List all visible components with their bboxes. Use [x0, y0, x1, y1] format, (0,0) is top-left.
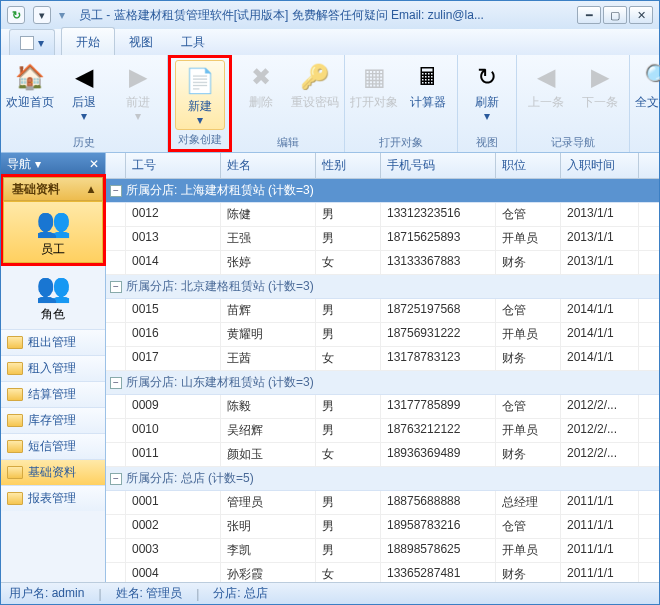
chevron-up-icon: ▴	[88, 182, 94, 196]
cell: 13133367883	[381, 251, 496, 274]
resetpwd-button: 🔑重设密码	[290, 57, 340, 133]
fullsearch-button[interactable]: 🔍全文搜索	[634, 57, 660, 148]
group-row[interactable]: −所属分店: 北京建格租赁站 (计数=3)	[106, 275, 659, 299]
group-row[interactable]: −所属分店: 山东建材租赁站 (计数=3)	[106, 371, 659, 395]
table-row[interactable]: 0002张明男18958783216仓管2011/1/1	[106, 515, 659, 539]
refresh-icon[interactable]: ↻	[7, 6, 25, 24]
nav-item[interactable]: 结算管理	[1, 381, 105, 407]
cell: 总经理	[496, 491, 561, 514]
new-button[interactable]: 📄新建▾	[175, 60, 225, 130]
refresh-button[interactable]: ↻刷新▾	[462, 57, 512, 133]
close-button[interactable]: ✕	[629, 6, 653, 24]
nav-item-role[interactable]: 👥 角色	[1, 265, 105, 329]
nav-pin-icon[interactable]: ▾	[35, 157, 41, 171]
nav-header: 导航 ▾ ✕	[1, 153, 105, 175]
column-header[interactable]: 手机号码	[381, 153, 496, 178]
nav-item[interactable]: 库存管理	[1, 407, 105, 433]
cell: 女	[316, 251, 381, 274]
minimize-button[interactable]: ━	[577, 6, 601, 24]
table-row[interactable]: 0004孙彩霞女13365287481财务2011/1/1	[106, 563, 659, 582]
column-header[interactable]: 职位	[496, 153, 561, 178]
table-row[interactable]: 0009陈毅男13177785899仓管2012/2/...	[106, 395, 659, 419]
cell: 开单员	[496, 323, 561, 346]
cell: 男	[316, 395, 381, 418]
table-row[interactable]: 0014张婷女13133367883财务2013/1/1	[106, 251, 659, 275]
nav-section-header[interactable]: 基础资料 ▴	[3, 177, 103, 201]
column-header[interactable]: 姓名	[221, 153, 316, 178]
group-row[interactable]: −所属分店: 上海建材租赁站 (计数=3)	[106, 179, 659, 203]
nav-item[interactable]: 基础资料	[1, 459, 105, 485]
cell: 仓管	[496, 299, 561, 322]
column-header[interactable]	[106, 153, 126, 178]
cell: 李凯	[221, 539, 316, 562]
cell: 男	[316, 515, 381, 538]
nav-item[interactable]: 租入管理	[1, 355, 105, 381]
cell: 0015	[126, 299, 221, 322]
cell: 0009	[126, 395, 221, 418]
refresh-icon: ↻	[471, 61, 503, 93]
nav-item[interactable]: 报表管理	[1, 485, 105, 511]
nav-item[interactable]: 租出管理	[1, 329, 105, 355]
tab-tools[interactable]: 工具	[167, 28, 219, 55]
collapse-icon[interactable]: −	[110, 281, 122, 293]
cell: 张明	[221, 515, 316, 538]
cell: 18763212122	[381, 419, 496, 442]
cell: 0013	[126, 227, 221, 250]
cell: 仓管	[496, 515, 561, 538]
welcome-button[interactable]: 🏠欢迎首页	[5, 57, 55, 133]
prev-icon: ◀	[530, 61, 562, 93]
collapse-icon[interactable]: −	[110, 473, 122, 485]
cell: 18725197568	[381, 299, 496, 322]
cell: 男	[316, 323, 381, 346]
group-label: 视图	[462, 133, 512, 152]
collapse-icon[interactable]: −	[110, 185, 122, 197]
cell: 仓管	[496, 395, 561, 418]
cell: 0016	[126, 323, 221, 346]
nav-close-icon[interactable]: ✕	[89, 157, 99, 171]
cell: 2012/2/...	[561, 395, 639, 418]
maximize-button[interactable]: ▢	[603, 6, 627, 24]
collapse-icon[interactable]: −	[110, 377, 122, 389]
openobj-icon: ▦	[358, 61, 390, 93]
delete-button: ✖删除	[236, 57, 286, 133]
tab-start[interactable]: 开始	[61, 27, 115, 55]
data-grid[interactable]: 工号姓名性别手机号码职位入职时间 −所属分店: 上海建材租赁站 (计数=3)00…	[106, 153, 659, 582]
table-row[interactable]: 0011颜如玉女18936369489财务2012/2/...	[106, 443, 659, 467]
prev-button: ◀上一条	[521, 57, 571, 133]
tab-view[interactable]: 视图	[115, 28, 167, 55]
cell: 黄耀明	[221, 323, 316, 346]
table-row[interactable]: 0017王茜女13178783123财务2014/1/1	[106, 347, 659, 371]
welcome-icon: 🏠	[14, 61, 46, 93]
table-row[interactable]: 0001管理员男18875688888总经理2011/1/1	[106, 491, 659, 515]
delete-icon: ✖	[245, 61, 277, 93]
group-label	[634, 148, 660, 152]
cell: 2012/2/...	[561, 419, 639, 442]
column-header[interactable]: 性别	[316, 153, 381, 178]
column-header[interactable]: 工号	[126, 153, 221, 178]
people-icon: 👥	[36, 206, 71, 239]
cell: 0004	[126, 563, 221, 582]
dropdown-icon[interactable]: ▾	[33, 6, 51, 24]
cell: 18756931222	[381, 323, 496, 346]
table-row[interactable]: 0016黄耀明男18756931222开单员2014/1/1	[106, 323, 659, 347]
app-menu-button[interactable]: ▾	[9, 29, 55, 55]
column-header[interactable]: 入职时间	[561, 153, 639, 178]
table-row[interactable]: 0012陈健男13312323516仓管2013/1/1	[106, 203, 659, 227]
table-row[interactable]: 0013王强男18715625893开单员2013/1/1	[106, 227, 659, 251]
table-row[interactable]: 0003李凯男18898578625开单员2011/1/1	[106, 539, 659, 563]
back-button[interactable]: ◀后退▾	[59, 57, 109, 133]
nav-title: 导航	[7, 156, 31, 173]
cell: 18875688888	[381, 491, 496, 514]
cell: 财务	[496, 347, 561, 370]
table-row[interactable]: 0015苗辉男18725197568仓管2014/1/1	[106, 299, 659, 323]
group-row[interactable]: −所属分店: 总店 (计数=5)	[106, 467, 659, 491]
back-icon: ◀	[68, 61, 100, 93]
nav-item[interactable]: 短信管理	[1, 433, 105, 459]
folder-icon	[7, 440, 23, 453]
cell: 男	[316, 539, 381, 562]
calc-button[interactable]: 🖩计算器	[403, 57, 453, 133]
cell: 苗辉	[221, 299, 316, 322]
nav-current-employee[interactable]: 👥 员工	[3, 201, 103, 263]
group-label: 对象创建	[175, 130, 225, 149]
table-row[interactable]: 0010吴绍辉男18763212122开单员2012/2/...	[106, 419, 659, 443]
